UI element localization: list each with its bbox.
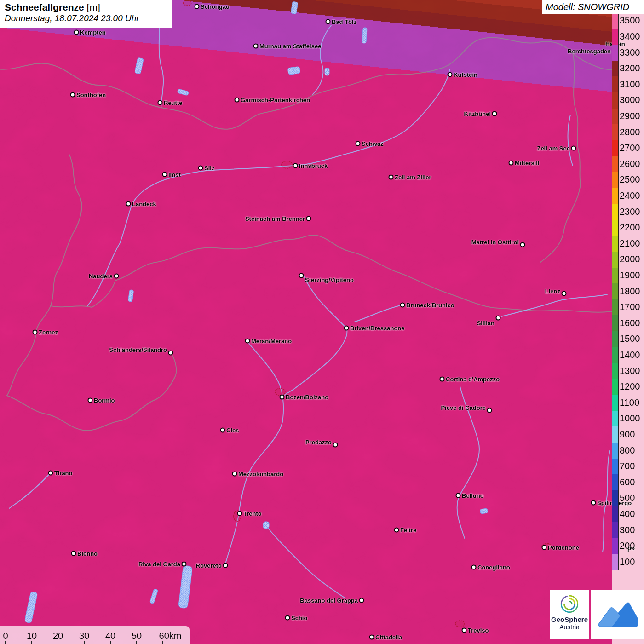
scale-bar-tick [110, 641, 111, 644]
city-dot [114, 274, 119, 279]
city-dot [356, 141, 361, 146]
city-label: Rovereto [196, 562, 222, 569]
map-title-text: Schneefallgrenze [5, 2, 84, 12]
scale-bar-tick-label: 40 [105, 631, 115, 641]
map-title-unit: [m] [87, 2, 100, 12]
city-label: Predazzo [305, 439, 332, 446]
scale-bar-tick-label: 50 [132, 631, 142, 641]
color-scale-segment [612, 347, 618, 363]
city-label: Silz [204, 165, 214, 172]
map-title: Schneefallgrenze [m] [5, 2, 167, 13]
city-dot [306, 216, 311, 221]
city-dot [235, 98, 240, 103]
color-scale-segment [612, 204, 618, 220]
city-dot [326, 19, 331, 24]
city-dot [492, 111, 497, 116]
color-scale-segment [612, 506, 618, 522]
city-label: Schongau [201, 3, 230, 10]
city-dot [70, 92, 75, 98]
city-label: Pieve di Cadore [441, 404, 486, 411]
city-dot [389, 175, 394, 180]
city-label: Bozen/Bolzano [286, 394, 328, 401]
scale-bar-tick-label: 0 [3, 631, 8, 641]
city-dot [48, 471, 53, 476]
map-title-box: Schneefallgrenze [m] Donnerstag, 18.07.2… [0, 0, 172, 28]
city-label: Garmisch-Partenkirchen [241, 97, 310, 104]
city-dot [487, 408, 492, 413]
city-label: Berchtesgaden [568, 48, 611, 55]
city-label: Trento [243, 510, 262, 517]
color-scale-segment [612, 459, 618, 475]
city-dot [232, 472, 237, 477]
color-scale-segment [612, 379, 618, 395]
color-scale-segment [612, 426, 618, 443]
color-scale-segment [612, 172, 618, 188]
color-scale-segment [612, 61, 618, 77]
city-label: Tirano [54, 470, 73, 477]
city-dot [162, 172, 167, 177]
model-box: Modell: SNOWGRID [542, 0, 644, 14]
city-dot [333, 443, 338, 448]
city-dot [542, 545, 547, 550]
color-scale-segment [612, 490, 618, 506]
city-label: Meran/Merano [251, 338, 292, 345]
city-dot [198, 166, 203, 171]
city-dot [237, 511, 242, 516]
city-dot [359, 598, 364, 603]
city-dot [400, 303, 405, 308]
city-label: Schlanders/Silandro [109, 346, 167, 353]
city-dot [299, 273, 304, 278]
blue-mountain-icon [593, 594, 642, 636]
color-scale [612, 12, 619, 570]
city-label: Bad Tölz [332, 18, 356, 25]
city-label: Innsbruck [299, 162, 328, 169]
scale-bar-tick [84, 641, 85, 644]
city-label: Mittersill [515, 160, 539, 167]
partner-logo [591, 590, 644, 639]
city-dot [33, 330, 38, 335]
city-dot [253, 44, 259, 49]
city-label: Schwaz [362, 140, 384, 147]
city-label: Murnau am Staffelsee [259, 43, 321, 50]
city-label: Steinach am Brenner [245, 215, 305, 222]
color-scale-segment [612, 109, 618, 125]
city-dot [220, 428, 225, 433]
city-dot [448, 72, 453, 77]
city-dot [293, 163, 298, 168]
city-dot [182, 562, 187, 567]
color-scale-segment [612, 140, 618, 156]
city-dot [562, 291, 567, 296]
color-scale-segment [612, 331, 618, 347]
color-scale-segment [612, 411, 618, 427]
city-label: Riva del Garda [138, 561, 180, 568]
city-dot [571, 146, 576, 151]
color-scale-segment [612, 299, 618, 316]
city-label: Feltre [400, 527, 416, 534]
color-scale-segment [612, 522, 618, 538]
city-label: Sterzing/Vipiteno [305, 276, 354, 283]
city-label: Sonthofen [76, 92, 106, 98]
city-label: Zell am See [537, 145, 570, 152]
color-scale-segment [612, 45, 618, 61]
scale-bar: 0102030405060km [0, 626, 190, 644]
color-scale-segment [612, 268, 618, 284]
city-label: Kufstein [454, 71, 477, 78]
color-scale-segment [612, 236, 618, 252]
city-dot [223, 563, 228, 568]
city-label: Bienno [77, 550, 98, 557]
city-dot [88, 398, 93, 403]
city-dot [245, 339, 250, 344]
city-dot [520, 242, 525, 247]
scale-bar-tick [5, 641, 6, 644]
city-dot [369, 635, 374, 640]
scale-bar-tick-label: 30 [79, 631, 89, 641]
city-label: Matrei in Osttirol [472, 239, 519, 246]
color-scale-segment [612, 315, 618, 331]
city-dot [285, 615, 290, 621]
city-dot [71, 551, 76, 556]
city-markers-layer: SchongauBad TölzKemptenMurnau am Staffel… [0, 0, 644, 644]
city-label: Pordenone [548, 544, 579, 551]
city-dot [509, 161, 514, 166]
city-dot [74, 30, 79, 35]
city-dot [472, 565, 477, 570]
